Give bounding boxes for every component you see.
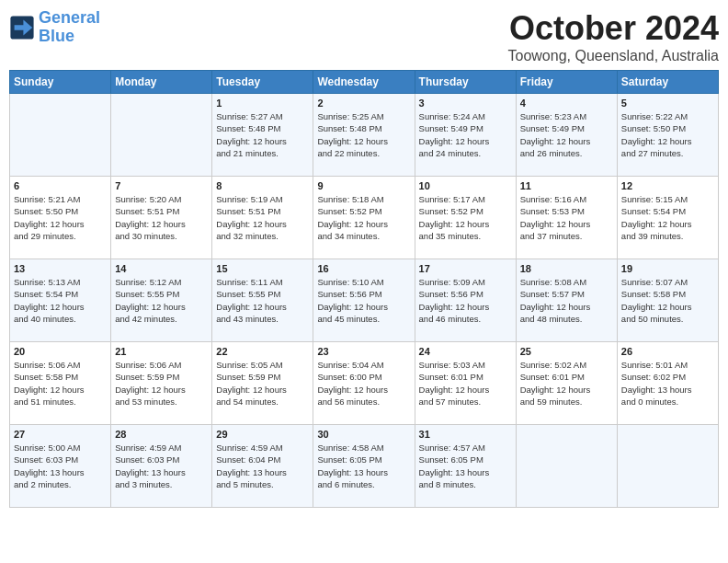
calendar-cell: 13Sunrise: 5:13 AM Sunset: 5:54 PM Dayli… bbox=[10, 259, 111, 342]
calendar-cell: 18Sunrise: 5:08 AM Sunset: 5:57 PM Dayli… bbox=[516, 259, 617, 342]
logo-text: General Blue bbox=[39, 9, 100, 46]
logo-icon bbox=[9, 15, 35, 40]
weekday-header: Tuesday bbox=[212, 71, 313, 94]
day-detail: Sunrise: 5:06 AM Sunset: 5:59 PM Dayligh… bbox=[115, 359, 208, 408]
day-number: 13 bbox=[14, 263, 107, 274]
calendar-cell: 7Sunrise: 5:20 AM Sunset: 5:51 PM Daylig… bbox=[111, 177, 212, 259]
day-number: 28 bbox=[115, 429, 208, 440]
calendar-cell: 30Sunrise: 4:58 AM Sunset: 6:05 PM Dayli… bbox=[313, 425, 415, 508]
day-number: 20 bbox=[14, 346, 107, 357]
day-number: 9 bbox=[317, 180, 410, 191]
calendar-cell: 27Sunrise: 5:00 AM Sunset: 6:03 PM Dayli… bbox=[10, 425, 111, 508]
calendar-body: 1Sunrise: 5:27 AM Sunset: 5:48 PM Daylig… bbox=[10, 94, 719, 508]
calendar-cell: 9Sunrise: 5:18 AM Sunset: 5:52 PM Daylig… bbox=[313, 177, 415, 259]
day-number: 26 bbox=[621, 346, 714, 357]
calendar-table: SundayMondayTuesdayWednesdayThursdayFrid… bbox=[9, 70, 719, 508]
day-detail: Sunrise: 5:16 AM Sunset: 5:53 PM Dayligh… bbox=[520, 193, 613, 242]
weekday-header: Wednesday bbox=[313, 71, 415, 94]
day-number: 16 bbox=[317, 263, 410, 274]
day-detail: Sunrise: 5:13 AM Sunset: 5:54 PM Dayligh… bbox=[14, 276, 107, 325]
day-detail: Sunrise: 5:23 AM Sunset: 5:49 PM Dayligh… bbox=[520, 110, 613, 159]
weekday-header: Saturday bbox=[617, 71, 718, 94]
calendar-cell: 12Sunrise: 5:15 AM Sunset: 5:54 PM Dayli… bbox=[617, 177, 718, 259]
day-number: 14 bbox=[115, 263, 208, 274]
calendar-cell bbox=[10, 94, 111, 177]
weekday-header: Monday bbox=[111, 71, 212, 94]
day-number: 7 bbox=[115, 180, 208, 191]
day-detail: Sunrise: 5:03 AM Sunset: 6:01 PM Dayligh… bbox=[419, 359, 512, 408]
day-detail: Sunrise: 5:25 AM Sunset: 5:48 PM Dayligh… bbox=[317, 110, 410, 159]
day-number: 24 bbox=[419, 346, 512, 357]
day-number: 2 bbox=[317, 98, 410, 109]
calendar-cell: 2Sunrise: 5:25 AM Sunset: 5:48 PM Daylig… bbox=[313, 94, 415, 177]
calendar-cell bbox=[516, 425, 617, 508]
calendar-cell: 20Sunrise: 5:06 AM Sunset: 5:58 PM Dayli… bbox=[10, 342, 111, 425]
day-number: 1 bbox=[216, 98, 309, 109]
calendar-cell bbox=[111, 94, 212, 177]
weekday-header: Friday bbox=[516, 71, 617, 94]
day-number: 12 bbox=[621, 180, 714, 191]
location-title: Toowong, Queensland, Australia bbox=[508, 48, 719, 64]
calendar-cell: 31Sunrise: 4:57 AM Sunset: 6:05 PM Dayli… bbox=[415, 425, 516, 508]
day-detail: Sunrise: 5:01 AM Sunset: 6:02 PM Dayligh… bbox=[621, 359, 714, 408]
month-title: October 2024 bbox=[508, 9, 719, 48]
day-number: 8 bbox=[216, 180, 309, 191]
day-detail: Sunrise: 4:59 AM Sunset: 6:04 PM Dayligh… bbox=[216, 442, 309, 490]
day-detail: Sunrise: 5:00 AM Sunset: 6:03 PM Dayligh… bbox=[14, 442, 107, 490]
calendar-cell: 16Sunrise: 5:10 AM Sunset: 5:56 PM Dayli… bbox=[313, 259, 415, 342]
calendar-cell: 3Sunrise: 5:24 AM Sunset: 5:49 PM Daylig… bbox=[415, 94, 516, 177]
day-detail: Sunrise: 5:17 AM Sunset: 5:52 PM Dayligh… bbox=[419, 193, 512, 242]
day-detail: Sunrise: 5:06 AM Sunset: 5:58 PM Dayligh… bbox=[14, 359, 107, 408]
logo: General Blue bbox=[9, 9, 100, 46]
calendar-cell: 24Sunrise: 5:03 AM Sunset: 6:01 PM Dayli… bbox=[415, 342, 516, 425]
calendar-cell: 14Sunrise: 5:12 AM Sunset: 5:55 PM Dayli… bbox=[111, 259, 212, 342]
day-detail: Sunrise: 5:11 AM Sunset: 5:55 PM Dayligh… bbox=[216, 276, 309, 325]
day-number: 17 bbox=[419, 263, 512, 274]
calendar-cell: 28Sunrise: 4:59 AM Sunset: 6:03 PM Dayli… bbox=[111, 425, 212, 508]
day-number: 3 bbox=[419, 98, 512, 109]
calendar-cell: 1Sunrise: 5:27 AM Sunset: 5:48 PM Daylig… bbox=[212, 94, 313, 177]
day-detail: Sunrise: 5:08 AM Sunset: 5:57 PM Dayligh… bbox=[520, 276, 613, 325]
day-detail: Sunrise: 5:20 AM Sunset: 5:51 PM Dayligh… bbox=[115, 193, 208, 242]
day-number: 10 bbox=[419, 180, 512, 191]
calendar-header: SundayMondayTuesdayWednesdayThursdayFrid… bbox=[10, 71, 719, 94]
day-detail: Sunrise: 5:02 AM Sunset: 6:01 PM Dayligh… bbox=[520, 359, 613, 408]
calendar-cell: 25Sunrise: 5:02 AM Sunset: 6:01 PM Dayli… bbox=[516, 342, 617, 425]
day-number: 22 bbox=[216, 346, 309, 357]
day-detail: Sunrise: 5:04 AM Sunset: 6:00 PM Dayligh… bbox=[317, 359, 410, 408]
calendar-week-row: 6Sunrise: 5:21 AM Sunset: 5:50 PM Daylig… bbox=[10, 177, 719, 259]
calendar-cell: 15Sunrise: 5:11 AM Sunset: 5:55 PM Dayli… bbox=[212, 259, 313, 342]
day-number: 6 bbox=[14, 180, 107, 191]
day-detail: Sunrise: 5:24 AM Sunset: 5:49 PM Dayligh… bbox=[419, 110, 512, 159]
day-detail: Sunrise: 5:27 AM Sunset: 5:48 PM Dayligh… bbox=[216, 110, 309, 159]
calendar-cell bbox=[617, 425, 718, 508]
calendar-cell: 26Sunrise: 5:01 AM Sunset: 6:02 PM Dayli… bbox=[617, 342, 718, 425]
day-number: 11 bbox=[520, 180, 613, 191]
calendar-cell: 17Sunrise: 5:09 AM Sunset: 5:56 PM Dayli… bbox=[415, 259, 516, 342]
day-number: 25 bbox=[520, 346, 613, 357]
weekday-header-row: SundayMondayTuesdayWednesdayThursdayFrid… bbox=[10, 71, 719, 94]
day-detail: Sunrise: 4:58 AM Sunset: 6:05 PM Dayligh… bbox=[317, 442, 410, 490]
calendar-cell: 23Sunrise: 5:04 AM Sunset: 6:00 PM Dayli… bbox=[313, 342, 415, 425]
day-number: 31 bbox=[419, 429, 512, 440]
weekday-header: Sunday bbox=[10, 71, 111, 94]
day-number: 30 bbox=[317, 429, 410, 440]
day-detail: Sunrise: 5:22 AM Sunset: 5:50 PM Dayligh… bbox=[621, 110, 714, 159]
calendar-cell: 8Sunrise: 5:19 AM Sunset: 5:51 PM Daylig… bbox=[212, 177, 313, 259]
calendar-cell: 29Sunrise: 4:59 AM Sunset: 6:04 PM Dayli… bbox=[212, 425, 313, 508]
day-detail: Sunrise: 5:21 AM Sunset: 5:50 PM Dayligh… bbox=[14, 193, 107, 242]
day-detail: Sunrise: 5:05 AM Sunset: 5:59 PM Dayligh… bbox=[216, 359, 309, 408]
calendar-cell: 6Sunrise: 5:21 AM Sunset: 5:50 PM Daylig… bbox=[10, 177, 111, 259]
title-block: October 2024 Toowong, Queensland, Austra… bbox=[508, 9, 719, 64]
day-detail: Sunrise: 5:12 AM Sunset: 5:55 PM Dayligh… bbox=[115, 276, 208, 325]
day-number: 27 bbox=[14, 429, 107, 440]
calendar-cell: 11Sunrise: 5:16 AM Sunset: 5:53 PM Dayli… bbox=[516, 177, 617, 259]
calendar-cell: 5Sunrise: 5:22 AM Sunset: 5:50 PM Daylig… bbox=[617, 94, 718, 177]
day-detail: Sunrise: 5:18 AM Sunset: 5:52 PM Dayligh… bbox=[317, 193, 410, 242]
calendar-week-row: 1Sunrise: 5:27 AM Sunset: 5:48 PM Daylig… bbox=[10, 94, 719, 177]
calendar-cell: 10Sunrise: 5:17 AM Sunset: 5:52 PM Dayli… bbox=[415, 177, 516, 259]
calendar-week-row: 13Sunrise: 5:13 AM Sunset: 5:54 PM Dayli… bbox=[10, 259, 719, 342]
calendar-week-row: 20Sunrise: 5:06 AM Sunset: 5:58 PM Dayli… bbox=[10, 342, 719, 425]
day-detail: Sunrise: 5:09 AM Sunset: 5:56 PM Dayligh… bbox=[419, 276, 512, 325]
day-detail: Sunrise: 5:19 AM Sunset: 5:51 PM Dayligh… bbox=[216, 193, 309, 242]
